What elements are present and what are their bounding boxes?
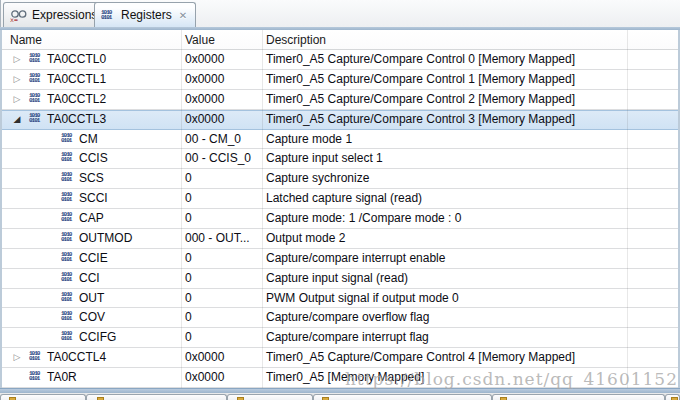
view-tab-bar: x= Expressions 10100101 Registers ✕ [0,0,680,27]
row-name: TA0CCTL3 [47,110,106,130]
registers-table: Name Value Description ▷ 10100101 TA0CCT… [2,30,678,388]
register-icon: 10100101 [29,371,44,388]
row-description: PWM Output signal if output mode 0 [266,289,459,309]
table-row[interactable]: 10100101 OUT 0 PWM Output signal if outp… [2,289,678,309]
row-value[interactable]: 0x0000 [185,90,224,110]
expander-icon[interactable]: ▷ [12,50,22,70]
row-description: Timer0_A5 [Memory Mapped] [266,368,424,388]
row-description: Timer0_A5 Capture/Compare Control 3 [Mem… [266,110,575,130]
row-value[interactable]: 0 [185,328,192,348]
row-name: CCIS [79,149,108,169]
row-description: Capture/compare interrupt flag [266,328,429,348]
row-description: Capture mode: 1 /Compare mode : 0 [266,209,461,229]
table-row[interactable]: 10100101 CM 00 - CM_0 Capture mode 1 [2,130,678,150]
row-name: TA0CCTL2 [47,90,106,110]
tab-expressions[interactable]: x= Expressions [3,2,106,27]
expander-icon[interactable]: ▷ [12,70,22,90]
register-icon: 10100101 [61,311,76,328]
clipped-bottom-tab[interactable] [86,394,227,400]
table-row[interactable]: ▷ 10100101 TA0CCTL4 0x0000 Timer0_A5 Cap… [2,348,678,368]
row-value[interactable]: 0 [185,189,192,209]
row-name: CCI [79,269,100,289]
table-header: Name Value Description [2,30,678,50]
row-value[interactable]: 000 - OUT... [185,229,250,249]
clipped-bottom-tab[interactable] [492,394,665,400]
row-value[interactable]: 0 [185,249,192,269]
row-description: Capture/compare interrupt enable [266,249,445,269]
expressions-icon: x= [10,9,27,22]
row-description: Capture input signal (read) [266,269,408,289]
table-row[interactable]: 10100101 CCIS 00 - CCIS_0 Capture input … [2,149,678,169]
row-name: COV [79,308,105,328]
table-row[interactable]: 10100101 CAP 0 Capture mode: 1 /Compare … [2,209,678,229]
clipped-bottom-tab[interactable] [313,394,492,400]
svg-text:x=: x= [10,15,18,22]
row-value[interactable]: 0x0000 [185,110,224,130]
row-name: OUTMOD [79,229,132,249]
row-description: Timer0_A5 Capture/Compare Control 2 [Mem… [266,90,575,110]
table-row[interactable]: 10100101 CCI 0 Capture input signal (rea… [2,269,678,289]
registers-icon: 10100101 [101,10,116,20]
register-icon: 10100101 [29,351,44,368]
row-name: CAP [79,209,104,229]
register-icon: 10100101 [61,152,76,169]
row-value[interactable]: 0 [185,289,192,309]
clipped-bottom-tab[interactable] [665,394,680,400]
row-name: TA0CCTL1 [47,70,106,90]
register-icon: 10100101 [61,232,76,249]
table-row[interactable]: 10100101 COV 0 Capture/compare overflow … [2,308,678,328]
row-name: CM [79,130,98,150]
row-value[interactable]: 0x0000 [185,368,224,388]
register-icon: 10100101 [61,192,76,209]
column-header-value[interactable]: Value [185,30,215,50]
row-name: TA0CCTL4 [47,348,106,368]
table-row[interactable]: ▷ 10100101 TA0CCTL0 0x0000 Timer0_A5 Cap… [2,50,678,70]
row-name: TA0CCTL0 [47,50,106,70]
table-row[interactable]: 10100101 OUTMOD 000 - OUT... Output mode… [2,229,678,249]
row-value[interactable]: 0 [185,269,192,289]
row-description: Timer0_A5 Capture/Compare Control 4 [Mem… [266,348,575,368]
close-icon[interactable]: ✕ [179,10,187,21]
column-header-name[interactable]: Name [10,30,42,50]
row-value[interactable]: 0 [185,169,192,189]
tab-registers[interactable]: 10100101 Registers ✕ [94,2,196,27]
table-row[interactable]: 10100101 SCS 0 Capture sychronize [2,169,678,189]
table-row[interactable]: 10100101 TA0R 0x0000 Timer0_A5 [Memory M… [2,368,678,388]
register-icon: 10100101 [61,331,76,348]
row-name: SCS [79,169,104,189]
expander-icon[interactable]: ◢ [12,110,22,130]
table-row[interactable]: 10100101 CCIE 0 Capture/compare interrup… [2,249,678,269]
row-description: Output mode 2 [266,229,345,249]
registers-view: x= Expressions 10100101 Registers ✕ Name… [0,0,680,400]
tab-registers-label: Registers [121,8,172,22]
row-description: Capture sychronize [266,169,369,189]
row-value[interactable]: 00 - CCIS_0 [185,149,251,169]
row-name: CCIFG [79,328,116,348]
row-value[interactable]: 0 [185,308,192,328]
row-value[interactable]: 00 - CM_0 [185,130,241,150]
clipped-bottom-tab[interactable] [0,394,86,400]
row-description: Capture input select 1 [266,149,383,169]
register-icon: 10100101 [61,133,76,150]
table-row[interactable]: ▷ 10100101 TA0CCTL1 0x0000 Timer0_A5 Cap… [2,70,678,90]
table-row[interactable]: 10100101 CCIFG 0 Capture/compare interru… [2,328,678,348]
column-header-description[interactable]: Description [266,30,326,50]
table-row[interactable]: ◢ 10100101 TA0CCTL3 0x0000 Timer0_A5 Cap… [2,110,678,130]
row-value[interactable]: 0x0000 [185,50,224,70]
table-row[interactable]: ▷ 10100101 TA0CCTL2 0x0000 Timer0_A5 Cap… [2,90,678,110]
row-name: CCIE [79,249,108,269]
row-value[interactable]: 0x0000 [185,70,224,90]
expander-icon[interactable]: ▷ [12,348,22,368]
row-description: Timer0_A5 Capture/Compare Control 1 [Mem… [266,70,575,90]
table-rows: ▷ 10100101 TA0CCTL0 0x0000 Timer0_A5 Cap… [2,50,678,388]
row-description: Latched capture signal (read) [266,189,422,209]
row-value[interactable]: 0x0000 [185,348,224,368]
expander-icon[interactable]: ▷ [12,90,22,110]
table-row[interactable]: 10100101 SCCI 0 Latched capture signal (… [2,189,678,209]
clipped-bottom-tab[interactable] [227,394,313,400]
register-icon: 10100101 [61,272,76,289]
register-icon: 10100101 [29,73,44,90]
tab-expressions-label: Expressions [32,8,97,22]
row-description: Capture/compare overflow flag [266,308,429,328]
row-value[interactable]: 0 [185,209,192,229]
